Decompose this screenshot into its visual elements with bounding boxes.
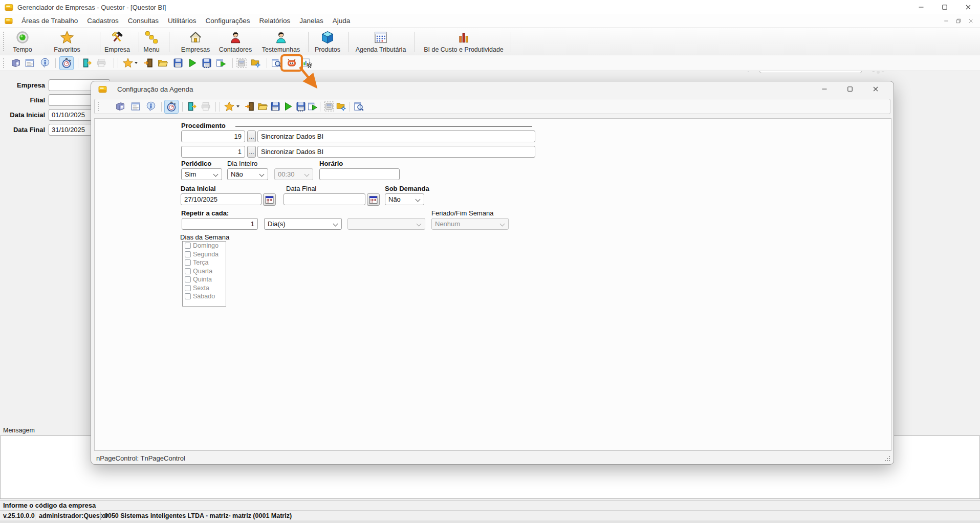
procedimento-2-name-field[interactable] bbox=[257, 146, 535, 158]
menu-utilitarios[interactable]: Utilitários bbox=[163, 14, 201, 28]
toolbar-button-tempo[interactable]: Tempo bbox=[10, 30, 35, 53]
toolbar-button-produtos[interactable]: Produtos bbox=[314, 30, 341, 53]
exit-door-icon[interactable] bbox=[81, 57, 93, 69]
data-final-calendar-button[interactable] bbox=[367, 193, 380, 206]
dialog-data-final-field[interactable] bbox=[284, 193, 365, 205]
favorites-dropdown-arrow[interactable] bbox=[236, 105, 239, 107]
menu-areas-de-trabalho[interactable]: Áreas de Trabalho bbox=[17, 14, 82, 28]
checkbox-icon[interactable] bbox=[185, 259, 191, 266]
dialog-maximize-button[interactable] bbox=[837, 81, 863, 97]
checkbox-icon[interactable] bbox=[185, 285, 191, 291]
close-button[interactable] bbox=[956, 0, 980, 14]
navigate-door-icon[interactable] bbox=[143, 57, 154, 69]
search-form-icon[interactable] bbox=[353, 101, 364, 112]
help-book-icon[interactable] bbox=[115, 101, 126, 112]
menu-configuracoes[interactable]: Configurações bbox=[201, 14, 254, 28]
toolbar-button-testemunhas[interactable]: Testemunhas bbox=[262, 30, 300, 53]
stopwatch-icon[interactable] bbox=[166, 101, 177, 112]
menu-ajuda[interactable]: Ajuda bbox=[328, 14, 355, 28]
procedimento-2-code-field[interactable] bbox=[181, 146, 245, 158]
repetir-unidade-select[interactable]: Dia(s) bbox=[264, 218, 342, 230]
save-form-icon[interactable] bbox=[172, 57, 184, 69]
menu-cadastros[interactable]: Cadastros bbox=[82, 14, 123, 28]
run-form-icon[interactable] bbox=[307, 101, 318, 112]
dialog-minimize-button[interactable] bbox=[812, 81, 837, 97]
locate-folder-icon[interactable] bbox=[250, 57, 262, 69]
weekday-checkbox-sabado[interactable]: Sábado bbox=[183, 292, 226, 301]
procedimento-2-browse-button[interactable]: ... bbox=[247, 146, 256, 158]
menu-consultas[interactable]: Consultas bbox=[123, 14, 163, 28]
printer-icon[interactable] bbox=[200, 101, 211, 112]
repetir-valor-field[interactable] bbox=[182, 218, 258, 230]
repetir-extra-select[interactable] bbox=[347, 218, 425, 230]
maximize-button[interactable] bbox=[933, 0, 956, 14]
mdi-minimize-button[interactable] bbox=[940, 16, 952, 26]
toolbar-button-empresa[interactable]: Empresa bbox=[103, 30, 132, 53]
hora-fixa-select[interactable]: 00:30 bbox=[274, 168, 313, 180]
info-balloon-icon[interactable] bbox=[39, 57, 51, 69]
save-form-icon[interactable] bbox=[270, 101, 281, 112]
weekday-checkbox-terca[interactable]: Terça bbox=[183, 258, 226, 267]
status-orb-icon bbox=[16, 31, 29, 44]
help-book-icon[interactable] bbox=[10, 57, 21, 69]
locate-folder-icon[interactable] bbox=[336, 101, 347, 112]
info-balloon-icon[interactable] bbox=[145, 101, 157, 112]
machine-frame-icon[interactable] bbox=[323, 101, 335, 112]
checkbox-icon[interactable] bbox=[185, 243, 191, 249]
toolbar-separator bbox=[220, 102, 220, 112]
resize-grip[interactable] bbox=[884, 455, 890, 462]
procedimento-1-name-field[interactable] bbox=[257, 130, 535, 142]
dialog-title-bar[interactable]: Configuração da Agenda bbox=[91, 81, 894, 97]
run-play-icon[interactable] bbox=[282, 101, 294, 112]
dialog-close-button[interactable] bbox=[863, 81, 888, 97]
sob-demanda-select[interactable]: Não bbox=[385, 193, 424, 205]
favorites-star-icon[interactable] bbox=[122, 57, 134, 69]
horario-field[interactable] bbox=[319, 168, 400, 180]
weekday-checkbox-segunda[interactable]: Segunda bbox=[183, 250, 226, 259]
data-inicial-calendar-button[interactable] bbox=[263, 193, 276, 206]
favorites-dropdown-arrow[interactable] bbox=[135, 62, 138, 64]
toolbar-button-menu[interactable]: Menu bbox=[141, 30, 162, 53]
save-all-icon[interactable] bbox=[295, 101, 307, 112]
exit-door-icon[interactable] bbox=[186, 101, 198, 112]
minimize-button[interactable] bbox=[909, 0, 933, 14]
toolbar-separator bbox=[348, 32, 349, 52]
toolbar-separator bbox=[100, 32, 100, 52]
menu-janelas[interactable]: Janelas bbox=[295, 14, 328, 28]
mdi-close-button[interactable] bbox=[965, 16, 977, 26]
checkbox-icon[interactable] bbox=[185, 268, 191, 274]
favorites-star-icon[interactable] bbox=[224, 101, 235, 112]
periodico-select[interactable]: Sim bbox=[181, 168, 222, 180]
toolbar-button-favoritos[interactable]: Favoritos bbox=[52, 30, 82, 53]
menu-relatorios[interactable]: Relatórios bbox=[254, 14, 295, 28]
toolbar-button-agenda-tributaria[interactable]: Agenda Tributária bbox=[354, 30, 407, 53]
checkbox-icon[interactable] bbox=[185, 276, 191, 282]
open-folder-icon[interactable] bbox=[157, 57, 168, 69]
agenda-config-dialog: Configuração da Agenda bbox=[91, 81, 894, 465]
form-view-icon[interactable] bbox=[24, 57, 35, 69]
form-view-icon[interactable] bbox=[130, 101, 141, 112]
toolbar-button-bi-custo-produtividade[interactable]: BI de Custo e Produtividade bbox=[421, 30, 506, 53]
procedimento-1-code-field[interactable] bbox=[181, 130, 245, 142]
stopwatch-icon[interactable] bbox=[61, 57, 72, 69]
weekday-checkbox-quinta[interactable]: Quinta bbox=[183, 275, 226, 284]
save-all-icon[interactable] bbox=[201, 57, 212, 69]
procedimento-1-browse-button[interactable]: ... bbox=[247, 130, 256, 142]
weekday-checkbox-quarta[interactable]: Quarta bbox=[183, 267, 226, 276]
run-form-icon[interactable] bbox=[215, 57, 227, 69]
toolbar-button-contadores[interactable]: Contadores bbox=[219, 30, 252, 53]
machine-frame-icon[interactable] bbox=[236, 57, 247, 69]
navigate-door-icon[interactable] bbox=[244, 101, 255, 112]
feriado-select[interactable]: Nenhum bbox=[431, 218, 509, 230]
checkbox-icon[interactable] bbox=[185, 293, 191, 299]
dialog-data-inicial-field[interactable] bbox=[181, 193, 262, 205]
weekday-checkbox-domingo[interactable]: Domingo bbox=[183, 242, 226, 250]
printer-icon[interactable] bbox=[96, 57, 107, 69]
dia-inteiro-select[interactable]: Não bbox=[227, 168, 268, 180]
run-play-icon[interactable] bbox=[187, 57, 198, 69]
open-folder-icon[interactable] bbox=[257, 101, 268, 112]
mdi-restore-button[interactable] bbox=[952, 16, 965, 26]
toolbar-button-empresas[interactable]: Empresas bbox=[181, 30, 210, 53]
weekday-checkbox-sexta[interactable]: Sexta bbox=[183, 284, 226, 293]
checkbox-icon[interactable] bbox=[185, 251, 191, 257]
